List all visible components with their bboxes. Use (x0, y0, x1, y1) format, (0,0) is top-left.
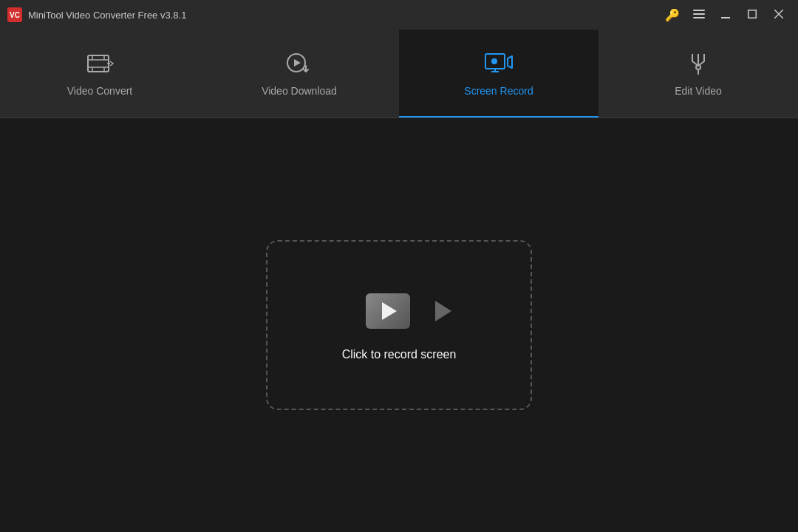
tab-screen-record-label: Screen Record (464, 85, 533, 97)
svg-rect-1 (693, 13, 705, 15)
camera-lens-icon (435, 301, 451, 321)
edit-video-icon (683, 51, 713, 78)
main-content: Click to record screen (0, 118, 798, 532)
svg-rect-4 (748, 10, 757, 18)
minimize-button[interactable] (714, 4, 737, 25)
record-area[interactable]: Click to record screen (266, 240, 532, 410)
tab-edit-video-label: Edit Video (675, 85, 722, 97)
app-logo: VC (7, 7, 22, 22)
video-download-icon (284, 51, 314, 78)
minimize-icon (721, 9, 730, 21)
svg-rect-7 (88, 55, 109, 72)
svg-point-20 (696, 65, 700, 69)
title-bar-left: VC MiniTool Video Converter Free v3.8.1 (7, 7, 186, 22)
menu-button[interactable] (687, 4, 711, 25)
tab-video-convert[interactable]: Video Convert (0, 30, 200, 117)
tab-screen-record[interactable]: Screen Record (399, 30, 598, 117)
key-icon: 🔑 (665, 8, 680, 22)
play-triangle-icon (382, 302, 397, 320)
svg-point-19 (491, 58, 497, 64)
svg-rect-3 (721, 17, 730, 18)
tab-edit-video[interactable]: Edit Video (598, 30, 798, 117)
title-bar: VC MiniTool Video Converter Free v3.8.1 … (0, 0, 798, 30)
tab-video-download-label: Video Download (262, 85, 337, 97)
maximize-icon (748, 9, 757, 21)
close-button[interactable] (767, 4, 791, 25)
tab-video-convert-label: Video Convert (67, 85, 132, 97)
close-icon (774, 9, 783, 21)
title-bar-controls: 🔑 (661, 4, 791, 25)
nav-bar: Video Convert Video Download Screen Reco… (0, 30, 798, 118)
app-title: MiniTool Video Converter Free v3.8.1 (28, 10, 186, 21)
record-label: Click to record screen (342, 348, 457, 361)
key-button[interactable]: 🔑 (661, 4, 684, 25)
record-camera-icon (366, 289, 432, 333)
screen-record-icon (484, 51, 514, 78)
tab-video-download[interactable]: Video Download (200, 30, 399, 117)
maximize-button[interactable] (740, 4, 764, 25)
video-convert-icon (85, 51, 115, 78)
camera-body (366, 293, 410, 329)
menu-icon (693, 9, 705, 21)
svg-rect-0 (693, 10, 705, 11)
svg-rect-2 (693, 17, 705, 18)
